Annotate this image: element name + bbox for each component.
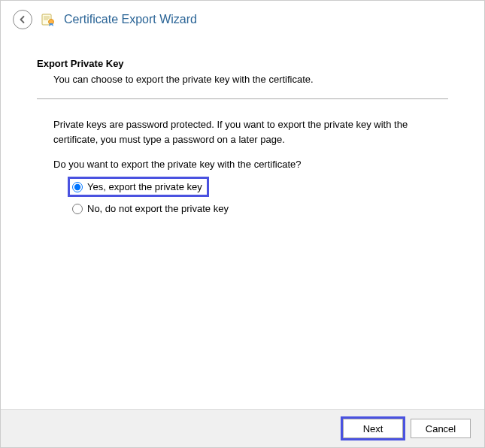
wizard-content: Export Private Key You can choose to exp…: [1, 35, 484, 404]
radio-group: Yes, export the private key No, do not e…: [70, 179, 448, 216]
info-text: Private keys are password protected. If …: [53, 117, 432, 147]
next-button[interactable]: Next: [343, 419, 403, 438]
cancel-button[interactable]: Cancel: [411, 419, 471, 438]
radio-no-label: No, do not export the private key: [87, 203, 229, 214]
question-text: Do you want to export the private key wi…: [53, 159, 432, 170]
wizard-title: Certificate Export Wizard: [64, 13, 197, 26]
radio-option-yes[interactable]: Yes, export the private key: [70, 179, 207, 195]
divider: [37, 98, 448, 99]
radio-no-input[interactable]: [72, 204, 83, 214]
back-button[interactable]: [13, 10, 32, 29]
wizard-footer: Next Cancel: [1, 409, 484, 447]
radio-yes-label: Yes, export the private key: [87, 181, 202, 192]
section-title: Export Private Key: [37, 58, 448, 69]
wizard-header: Certificate Export Wizard: [1, 1, 484, 35]
certificate-icon: [40, 11, 56, 28]
radio-option-no[interactable]: No, do not export the private key: [70, 201, 233, 216]
arrow-left-icon: [18, 15, 27, 24]
radio-yes-input[interactable]: [72, 182, 83, 192]
section-description: You can choose to export the private key…: [53, 74, 448, 85]
